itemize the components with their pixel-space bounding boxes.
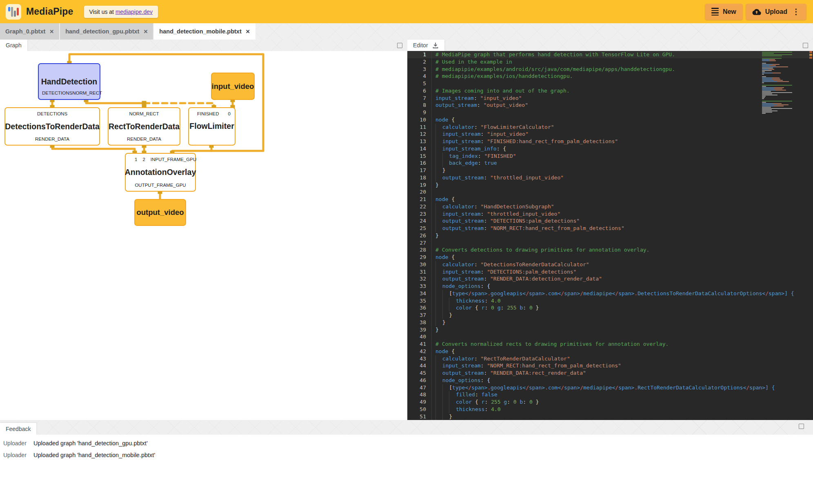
- close-icon[interactable]: ✕: [246, 29, 250, 35]
- minimap[interactable]: [762, 52, 794, 114]
- download-icon[interactable]: [432, 42, 439, 49]
- code-line[interactable]: 9: [407, 109, 813, 116]
- file-tab-hand-detection-mobile[interactable]: hand_detection_mobile.pbtxt ✕: [154, 23, 255, 40]
- editor-panel: Editor 1# MediaPipe graph that performs …: [407, 40, 813, 420]
- graph-panel: Graph: [0, 40, 407, 420]
- code-line[interactable]: 7input_stream: "input_video": [407, 95, 813, 102]
- code-line[interactable]: 26}: [407, 232, 813, 239]
- code-line[interactable]: 45output_stream: "RENDER_DATA:rect_rende…: [407, 369, 813, 377]
- feedback-panel-tab[interactable]: Feedback: [0, 423, 36, 435]
- code-line[interactable]: 39}: [407, 326, 813, 334]
- feedback-row: Uploader Uploaded graph 'hand_detection_…: [0, 437, 813, 449]
- code-line[interactable]: 48filled: false: [407, 391, 813, 398]
- menu-icon: [711, 8, 719, 15]
- code-line[interactable]: 2# Used in the example in: [407, 58, 813, 66]
- new-button[interactable]: New: [705, 4, 743, 20]
- graph-panel-strip: Graph: [0, 40, 407, 51]
- code-line[interactable]: 16back_edge: true: [407, 159, 813, 167]
- port-label: RENDER_DATA: [35, 137, 69, 141]
- node-detections-to-render-data[interactable]: DETECTIONS DetectionsToRenderData RENDER…: [4, 107, 100, 146]
- code-editor[interactable]: 1# MediaPipe graph that performs hand de…: [407, 51, 813, 420]
- visit-pill: Visit us at mediapipe.dev: [84, 6, 158, 18]
- editor-panel-tab[interactable]: Editor: [407, 40, 444, 51]
- code-line[interactable]: 47[type</span>.googleapis</span>.com</sp…: [407, 384, 813, 391]
- kebab-icon[interactable]: ⋮: [792, 7, 800, 16]
- code-line[interactable]: 44input_stream: "NORM_RECT:hand_rect_fro…: [407, 362, 813, 369]
- code-line[interactable]: 5: [407, 80, 813, 87]
- node-output-video[interactable]: output_video: [134, 199, 186, 226]
- code-line[interactable]: 27: [407, 239, 813, 247]
- graph-canvas[interactable]: HandDetection DETECTIONS NORM_RECT input…: [0, 51, 407, 420]
- code-line[interactable]: 19}: [407, 181, 813, 189]
- code-lines: 1# MediaPipe graph that performs hand de…: [407, 51, 813, 420]
- close-icon[interactable]: ✕: [143, 29, 148, 35]
- code-line[interactable]: 28# Converts detections to drawing primi…: [407, 246, 813, 254]
- code-line[interactable]: 14input_stream_info: {: [407, 145, 813, 153]
- node-flow-limiter[interactable]: FINISHED 0 FlowLimiter: [188, 107, 235, 146]
- code-line[interactable]: 38}: [407, 319, 813, 326]
- code-line[interactable]: 1# MediaPipe graph that performs hand de…: [407, 51, 813, 58]
- feedback-body: Uploader Uploaded graph 'hand_detection_…: [0, 435, 813, 504]
- expand-graph-icon[interactable]: [397, 43, 402, 48]
- uploader-label: Uploader: [0, 452, 29, 458]
- code-line[interactable]: 51}: [407, 413, 813, 420]
- code-line[interactable]: 34[type</span>.googleapis</span>.com</sp…: [407, 290, 813, 297]
- code-line[interactable]: 4# mediapipie/examples/ios/handdetection…: [407, 73, 813, 80]
- code-line[interactable]: 33node_options: {: [407, 283, 813, 290]
- code-line[interactable]: 37}: [407, 312, 813, 319]
- file-tab-bar: Graph_0.pbtxt ✕ hand_detection_gpu.pbtxt…: [0, 23, 813, 40]
- overview-ruler[interactable]: [809, 51, 813, 60]
- file-tab-label: Graph_0.pbtxt: [5, 28, 45, 35]
- main-area: Graph: [0, 40, 813, 420]
- node-rect-to-render-data[interactable]: NORM_RECT RectToRenderData RENDER_DATA: [108, 107, 180, 146]
- port-label: OUTPUT_FRAME_GPU: [135, 183, 186, 188]
- code-line[interactable]: 17}: [407, 167, 813, 174]
- code-line[interactable]: 24output_stream: "DETECTIONS:palm_detect…: [407, 217, 813, 225]
- code-line[interactable]: 43calculator: "RectToRenderDataCalculato…: [407, 355, 813, 363]
- code-line[interactable]: 46node_options: {: [407, 377, 813, 384]
- code-line[interactable]: 36color { r: 0 g: 255 b: 0 }: [407, 304, 813, 312]
- code-line[interactable]: 49color { r: 255 g: 0 b: 0 }: [407, 398, 813, 406]
- code-line[interactable]: 23input_stream: "throttled_input_video": [407, 210, 813, 218]
- code-line[interactable]: 32output_stream: "RENDER_DATA:detection_…: [407, 275, 813, 283]
- code-line[interactable]: 41# Converts normalized rects to drawing…: [407, 340, 813, 348]
- upload-button[interactable]: Upload ⋮: [746, 4, 806, 20]
- code-line[interactable]: 12input_stream: "input_video": [407, 130, 813, 138]
- code-line[interactable]: 10node {: [407, 116, 813, 124]
- file-tab-hand-detection-gpu[interactable]: hand_detection_gpu.pbtxt ✕: [60, 23, 153, 40]
- file-tab-graph-0[interactable]: Graph_0.pbtxt ✕: [0, 23, 59, 40]
- code-line[interactable]: 40: [407, 333, 813, 340]
- code-line[interactable]: 22calculator: "HandDetectionSubgraph": [407, 203, 813, 210]
- code-line[interactable]: 25output_stream: "NORM_RECT:hand_rect_fr…: [407, 225, 813, 232]
- node-hand-detection[interactable]: HandDetection DETECTIONS NORM_RECT: [38, 63, 100, 100]
- code-line[interactable]: 21node {: [407, 196, 813, 203]
- code-line[interactable]: 8output_stream: "output_video": [407, 102, 813, 109]
- code-line[interactable]: 29node {: [407, 254, 813, 261]
- feedback-row: Uploader Uploaded graph 'hand_detection_…: [0, 449, 813, 461]
- node-input-video[interactable]: input_video: [211, 73, 255, 100]
- feedback-message: Uploaded graph 'hand_detection_gpu.pbtxt…: [29, 440, 148, 447]
- code-line[interactable]: 31input_stream: "DETECTIONS:palm_detecti…: [407, 268, 813, 276]
- code-line[interactable]: 13input_stream: "FINISHED:hand_rect_from…: [407, 138, 813, 145]
- code-line[interactable]: 20: [407, 188, 813, 196]
- code-line[interactable]: 18output_stream: "throttled_input_video": [407, 174, 813, 181]
- close-icon[interactable]: ✕: [49, 29, 54, 35]
- expand-feedback-icon[interactable]: [799, 424, 804, 429]
- app-title: MediaPipe: [26, 6, 73, 17]
- code-line[interactable]: 15tag_index: "FINISHED": [407, 153, 813, 160]
- port-label: NORM_RECT: [72, 91, 102, 95]
- graph-panel-tab[interactable]: Graph: [0, 40, 27, 51]
- new-button-label: New: [723, 8, 736, 15]
- code-line[interactable]: 3# mediapipie/examples/android/src/java/…: [407, 66, 813, 73]
- node-annotation-overlay[interactable]: 1 2 INPUT_FRAME_GPU AnnotationOverlay OU…: [125, 153, 196, 192]
- editor-panel-tab-label: Editor: [413, 42, 428, 49]
- code-line[interactable]: 50thickness: 4.0: [407, 406, 813, 413]
- code-line[interactable]: 42node {: [407, 348, 813, 355]
- code-line[interactable]: 11calculator: "FlowLimiterCalculator": [407, 124, 813, 131]
- mediapipe-visualizer: MediaPipe Visit us at mediapipe.dev New …: [0, 0, 813, 504]
- expand-editor-icon[interactable]: [803, 43, 808, 48]
- code-line[interactable]: 35thickness: 4.0: [407, 297, 813, 305]
- code-line[interactable]: 30calculator: "DetectionsToRenderDataCal…: [407, 261, 813, 268]
- code-line[interactable]: 6# Images coming into and out of the gra…: [407, 87, 813, 95]
- visit-link[interactable]: mediapipe.dev: [116, 9, 153, 15]
